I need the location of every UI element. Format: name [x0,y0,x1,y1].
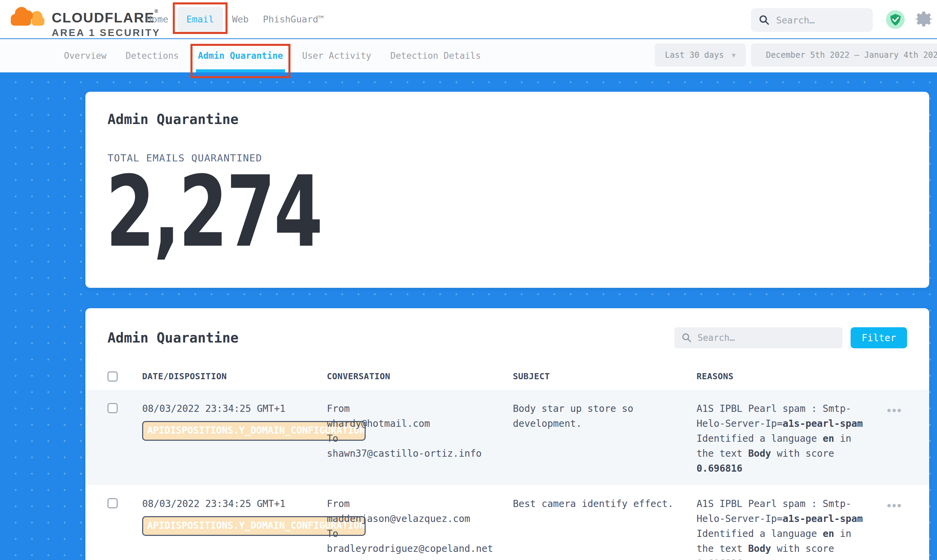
tab-overview[interactable]: Overview [64,51,107,61]
primary-nav: Home Email Web PhishGuard™ [146,0,324,38]
column-header-conversation: CONVERSATION [327,371,513,381]
tab-user-activity[interactable]: User Activity [302,51,371,61]
red-annotation-box-admin-quarantine [190,44,290,78]
global-search[interactable] [751,8,873,32]
nav-item-phishguard[interactable]: PhishGuard™ [263,14,324,25]
from-address: maddenjason@velazquez.com [327,511,513,526]
date-range-dropdown-label: Last 30 days [665,50,724,60]
shield-check-icon [890,14,901,26]
nav-item-web[interactable]: Web [232,14,249,25]
active-tab-underline [196,69,285,72]
table-row: 08/03/2022 23:34:25 GMT+1APIDISPOSITIONS… [85,485,929,560]
to-address: shawn37@castillo-ortiz.info [327,446,513,461]
table-row: 08/03/2022 23:34:25 GMT+1APIDISPOSITIONS… [85,390,929,485]
subject-text: Best camera identify effect. [513,497,690,511]
tab-admin-quarantine-active[interactable]: Admin Quarantine [198,51,283,61]
conversation-cell: Frommaddenjason@velazquez.comTobradleyro… [327,497,513,560]
row-checkbox[interactable] [108,403,118,413]
from-address: whardy@hotmail.com [327,416,513,431]
column-header-reasons: REASONS [696,371,870,381]
chevron-down-icon: ▼ [732,51,736,59]
ellipsis-dot [898,409,901,412]
row-actions-menu[interactable] [870,497,907,560]
global-search-input[interactable] [776,15,861,26]
date-range-value[interactable]: December 5th 2022 — January 4th 2023 [751,43,937,66]
brand-subtitle: AREA 1 SECURITY [52,28,161,38]
table-body: 08/03/2022 23:34:25 GMT+1APIDISPOSITIONS… [85,390,929,560]
column-header-date-disposition: DATE/DISPOSITION [142,371,327,381]
ellipsis-dot [892,504,896,507]
row-date: 08/03/2022 23:34:25 GMT+1 [142,401,327,416]
table-search[interactable] [675,327,843,348]
filter-button[interactable]: Filter [851,327,907,348]
reasons-text: A1S IPBL Pearl spam : Smtp-Helo-Server-I… [696,401,865,476]
settings-gear-icon[interactable] [915,10,932,28]
table-search-input[interactable] [698,333,827,343]
summary-card: Admin Quarantine TOTAL EMAILS QUARANTINE… [85,92,929,288]
conversation-cell: Fromwhardy@hotmail.comToshawn37@castillo… [327,401,513,476]
top-navbar: CLOUDFLARE® AREA 1 SECURITY Home Email W… [0,0,937,38]
metric-value: 2,274 [106,174,684,251]
row-checkbox[interactable] [108,498,118,508]
ellipsis-dot [898,504,901,507]
to-address: bradleyrodriguez@copeland.net [327,541,513,556]
security-status-badge[interactable] [886,10,905,29]
column-header-subject: SUBJECT [513,371,696,381]
nav-item-home[interactable]: Home [146,14,168,25]
date-range-text: December 5th 2022 — January 4th 2023 [766,50,937,60]
tab-detection-details[interactable]: Detection Details [391,51,481,61]
ellipsis-dot [888,504,891,507]
ellipsis-dot [892,409,896,412]
row-date: 08/03/2022 23:34:25 GMT+1 [142,497,327,511]
cloudflare-cloud-icon [9,3,47,29]
ellipsis-dot [888,409,891,412]
date-range-dropdown[interactable]: Last 30 days ▼ [655,43,746,66]
reasons-text: A1S IPBL Pearl spam : Smtp-Helo-Server-I… [696,497,865,560]
brand-title: CLOUDFLARE® [52,9,161,25]
search-icon [681,332,692,343]
to-label: To [327,526,513,541]
date-disposition-cell: 08/03/2022 23:34:25 GMT+1APIDISPOSITIONS… [142,497,327,560]
subject-text: Body star up store so development. [513,401,690,431]
to-label: To [327,431,513,446]
nav-item-email-active[interactable]: Email [177,7,223,32]
summary-card-title: Admin Quarantine [85,92,929,127]
table-card-title: Admin Quarantine [108,330,238,346]
date-disposition-cell: 08/03/2022 23:34:25 GMT+1APIDISPOSITIONS… [142,401,327,476]
search-icon [758,14,770,26]
select-all-checkbox[interactable] [108,371,118,382]
table-header-row: DATE/DISPOSITION CONVERSATION SUBJECT RE… [85,363,929,390]
from-label: From [327,497,513,511]
tab-detections[interactable]: Detections [125,51,179,61]
cloudflare-logo[interactable]: CLOUDFLARE® AREA 1 SECURITY [9,3,161,38]
row-actions-menu[interactable] [870,401,907,476]
quarantine-table-card: Admin Quarantine Filter DATE/DISPOSITION… [85,308,929,560]
from-label: From [327,401,513,416]
